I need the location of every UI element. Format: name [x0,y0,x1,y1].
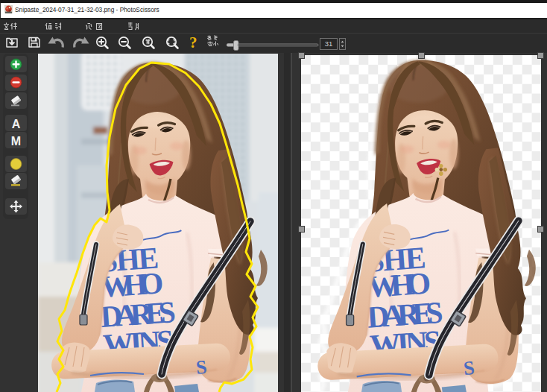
svg-text:M: M [11,135,21,148]
svg-text:?: ? [189,34,197,51]
svg-text:A: A [12,118,21,130]
